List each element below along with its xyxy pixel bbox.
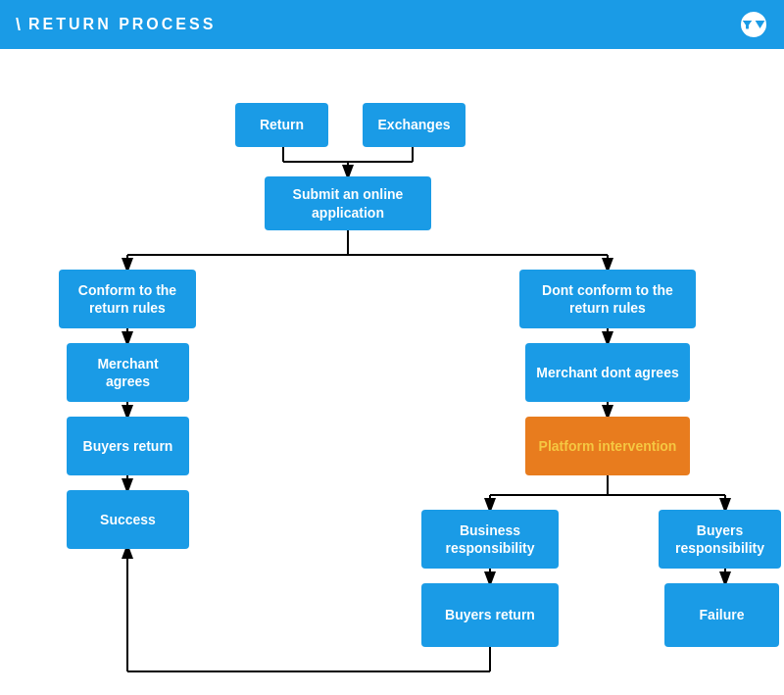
failure-box: Failure [664,583,779,647]
buyers-responsibility-box: Buyers responsibility [659,510,781,569]
diagram: Return Exchanges Submit an online applic… [0,49,784,695]
conform-box: Conform to the return rules [59,270,196,328]
buyers-return-left-box: Buyers return [67,417,189,475]
svg-marker-2 [756,21,765,28]
header-backslash: \ [16,15,21,35]
exchanges-box: Exchanges [363,103,466,147]
header: \ RETURN PROCESS [0,0,784,49]
business-responsibility-box: Business responsibility [421,510,559,569]
funnel-icon[interactable] [739,10,768,39]
return-box: Return [235,103,328,147]
merchant-dont-agrees-box: Merchant dont agrees [525,343,690,402]
buyers-return-right-box: Buyers return [421,583,559,647]
page-title: RETURN PROCESS [28,16,216,33]
platform-intervention-box: Platform intervention [525,417,690,475]
merchant-agrees-box: Merchant agrees [67,343,189,402]
success-box: Success [67,490,189,549]
dont-conform-box: Dont conform to the return rules [519,270,696,328]
submit-box: Submit an online application [265,176,431,230]
